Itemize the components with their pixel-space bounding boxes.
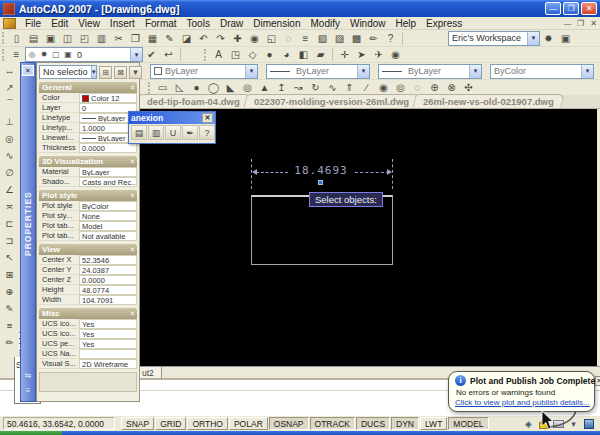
free-orbit-icon[interactable]: ✣ bbox=[460, 80, 477, 95]
dimension-line[interactable] bbox=[355, 172, 389, 173]
layer-combo[interactable]: ◎✹▢▣ 0 ▾ bbox=[25, 47, 143, 62]
section-header[interactable]: 3D Visualization bbox=[39, 156, 137, 167]
restore-button[interactable]: ❐ bbox=[563, 2, 579, 15]
zoom-previous-icon[interactable]: ◌ bbox=[280, 31, 297, 46]
chevron-down-icon[interactable]: ▾ bbox=[527, 32, 539, 45]
union-icon[interactable]: ◉ bbox=[375, 80, 392, 95]
save-icon[interactable]: ▣ bbox=[42, 31, 59, 46]
palette-properties-icon[interactable]: ≡ bbox=[22, 386, 34, 398]
menu-item[interactable]: Insert bbox=[105, 18, 140, 29]
child-minimize-button[interactable]: — bbox=[561, 19, 574, 28]
drawing-canvas[interactable]: 18.4693 Select objects: bbox=[138, 109, 597, 366]
menu-item[interactable]: Express bbox=[421, 18, 467, 29]
match-properties-icon[interactable]: ✎ bbox=[161, 31, 178, 46]
baseline-dimension-icon[interactable]: ⊏ bbox=[1, 215, 18, 232]
publish-icon[interactable]: ▥ bbox=[93, 31, 110, 46]
menu-item[interactable]: Tools bbox=[182, 18, 215, 29]
section-header[interactable]: Plot style bbox=[39, 190, 137, 201]
section-header[interactable]: Misc bbox=[39, 308, 137, 319]
markup-set-manager-icon[interactable]: ✏ bbox=[365, 31, 382, 46]
zoom-window-icon[interactable]: ◱ bbox=[263, 31, 280, 46]
3d-hidden-icon[interactable]: ◳ bbox=[227, 47, 244, 62]
cone-icon[interactable]: ◣ bbox=[222, 80, 239, 95]
status-toggle[interactable]: SNAP bbox=[121, 417, 154, 430]
extrude-icon[interactable]: ↥ bbox=[273, 80, 290, 95]
tool-palettes-icon[interactable]: ▧ bbox=[314, 31, 331, 46]
help-icon[interactable]: ? bbox=[382, 31, 399, 46]
dimension-grip[interactable] bbox=[318, 180, 323, 185]
chevron-down-icon[interactable]: ▾ bbox=[91, 66, 96, 78]
workspace-combo[interactable]: Eric's Workspace ▾ bbox=[448, 31, 540, 46]
chevron-down-icon[interactable]: ▾ bbox=[357, 65, 369, 78]
doc-tab[interactable]: 022307-molding-version-26ml.dwg bbox=[243, 94, 420, 108]
new-file-icon[interactable]: ▯ bbox=[8, 31, 25, 46]
paste-icon[interactable]: ▦ bbox=[144, 31, 161, 46]
menu-item[interactable]: Dimension bbox=[248, 18, 305, 29]
menu-item[interactable]: Format bbox=[140, 18, 182, 29]
loft-icon[interactable]: ∿ bbox=[324, 80, 341, 95]
tolerance-icon[interactable]: ⊞ bbox=[1, 266, 18, 283]
wedge-icon[interactable]: ◺ bbox=[171, 80, 188, 95]
radius-dimension-icon[interactable]: ◎ bbox=[1, 130, 18, 147]
quick-dimension-icon[interactable]: ≍ bbox=[1, 198, 18, 215]
materials-icon[interactable]: ▰ bbox=[312, 47, 329, 62]
properties-palette-icon[interactable]: ▨ bbox=[331, 31, 348, 46]
close-icon[interactable]: ✕ bbox=[22, 65, 34, 76]
copy-icon[interactable]: ❐ bbox=[127, 31, 144, 46]
minimize-button[interactable]: — bbox=[545, 2, 561, 15]
pen-tool-icon[interactable]: ✒ bbox=[182, 125, 198, 140]
orange-box-icon[interactable]: ▤ bbox=[131, 125, 147, 140]
aligned-dimension-icon[interactable]: ↗ bbox=[1, 79, 18, 96]
child-close-button[interactable]: ✕ bbox=[587, 19, 600, 28]
open-icon[interactable]: ▤ bbox=[25, 31, 42, 46]
status-toggle[interactable]: DUCS bbox=[356, 417, 390, 430]
chevron-down-icon[interactable]: ▾ bbox=[469, 65, 481, 78]
section-header[interactable]: General bbox=[39, 82, 137, 93]
u-tool-icon[interactable]: U bbox=[165, 125, 181, 140]
status-toggle[interactable]: GRID bbox=[155, 417, 186, 430]
text-style-icon[interactable]: A bbox=[210, 47, 227, 62]
angular-dimension-icon[interactable]: ∠ bbox=[1, 181, 18, 198]
menu-item[interactable]: Window bbox=[345, 18, 391, 29]
status-toggle[interactable]: MODEL bbox=[448, 417, 488, 430]
box-icon[interactable]: ▭ bbox=[154, 80, 171, 95]
toolbar-grip[interactable] bbox=[2, 32, 5, 44]
fly-icon[interactable]: ✈ bbox=[370, 47, 387, 62]
constrained-orbit-icon[interactable]: ⊗ bbox=[443, 80, 460, 95]
toggle-pickadd-icon[interactable]: ⊞ bbox=[99, 66, 112, 79]
walk-icon[interactable]: ➤ bbox=[353, 47, 370, 62]
menu-item[interactable]: Modify bbox=[306, 18, 345, 29]
doc-tab[interactable]: 26ml-new-vs-old-021907.dwg bbox=[412, 94, 564, 108]
status-toggle[interactable]: DYN bbox=[391, 417, 419, 430]
realistic-style-icon[interactable]: ● bbox=[261, 47, 278, 62]
toolbar-grip[interactable] bbox=[2, 49, 5, 61]
dimension-extension-line[interactable] bbox=[392, 159, 393, 189]
continue-dimension-icon[interactable]: ⊐ bbox=[1, 232, 18, 249]
sweep-icon[interactable]: ↝ bbox=[290, 80, 307, 95]
pan-icon[interactable]: ✚ bbox=[229, 31, 246, 46]
section-header[interactable]: View bbox=[39, 244, 137, 255]
layer-properties-icon[interactable]: ≡ bbox=[8, 47, 25, 62]
linetype-control[interactable]: ByLayer ▾ bbox=[266, 64, 370, 79]
lineweight-control[interactable]: ByLayer ▾ bbox=[378, 64, 482, 79]
status-toggle[interactable]: ORTHO bbox=[187, 417, 228, 430]
ordinate-dimension-icon[interactable]: ⊥ bbox=[1, 113, 18, 130]
plot-preview-icon[interactable]: ◰ bbox=[76, 31, 93, 46]
quick-leader-icon[interactable]: ↖ bbox=[1, 249, 18, 266]
subtract-icon[interactable]: ◎ bbox=[392, 80, 409, 95]
revolve-icon[interactable]: ↻ bbox=[307, 80, 324, 95]
toolbar-grip[interactable] bbox=[204, 49, 207, 61]
conceptual-style-icon[interactable]: ◕ bbox=[278, 47, 295, 62]
help-icon[interactable]: ? bbox=[199, 125, 215, 140]
3d-pan-icon[interactable]: ✛ bbox=[336, 47, 353, 62]
layer-previous-icon[interactable]: ↩ bbox=[160, 47, 177, 62]
menu-item[interactable]: Edit bbox=[46, 18, 73, 29]
diameter-dimension-icon[interactable]: ∅ bbox=[1, 164, 18, 181]
close-button[interactable]: ✕ bbox=[581, 2, 597, 15]
auto-hide-icon[interactable]: ⇆ bbox=[22, 371, 34, 383]
pyramid-icon[interactable]: ▲ bbox=[256, 80, 273, 95]
make-object-layer-current-icon[interactable]: ✔ bbox=[143, 47, 160, 62]
status-toggle[interactable]: OSNAP bbox=[269, 417, 309, 430]
status-toggle[interactable]: POLAR bbox=[229, 417, 268, 430]
cylinder-icon[interactable]: ◯ bbox=[205, 80, 222, 95]
